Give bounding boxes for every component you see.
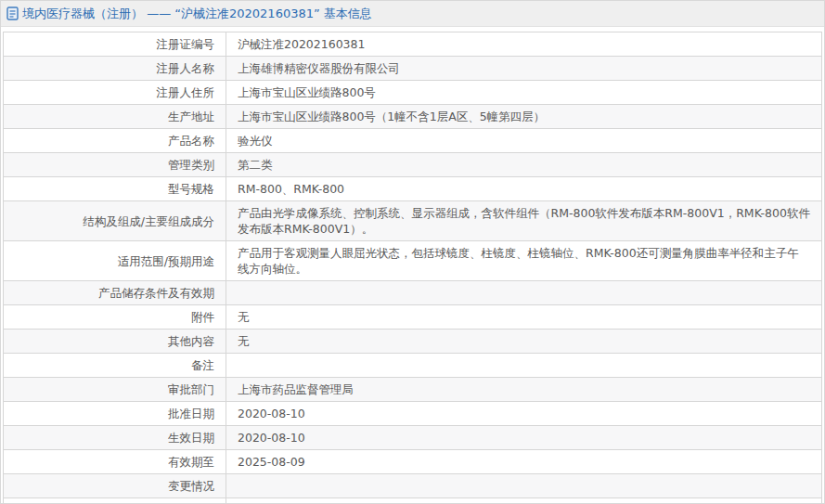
row-label-text: 其他内容 [168, 334, 214, 348]
table-row: 适用范围/预期用途产品用于客观测量人眼屈光状态，包括球镜度、柱镜度、柱镜轴位、R… [4, 241, 822, 281]
row-label: 生产地址 [4, 105, 226, 129]
row-label: 批准日期 [4, 402, 226, 426]
row-label: 变更情况 [4, 474, 226, 498]
table-row: 其他内容无 [4, 330, 822, 354]
table-row: 批准日期2020-08-10 [4, 402, 822, 426]
row-value-text: RM-800、RMK-800 [238, 182, 344, 196]
table-row: 备注 [4, 354, 822, 378]
registration-info-page: 境内医疗器械（注册） —— “沪械注准20202160381” 基本信息 注册证… [0, 0, 825, 504]
row-label-text: 批准日期 [168, 407, 214, 420]
page-title-bar: 境内医疗器械（注册） —— “沪械注准20202160381” 基本信息 [1, 1, 824, 27]
row-value-text: 上海市宝山区业绩路800号（1幢不含1层A区、5幢第四层） [238, 110, 545, 123]
table-row: 产品名称验光仪 [4, 129, 822, 153]
row-label: 有效期至 [4, 450, 226, 474]
table-row: 结构及组成/主要组成成分产品由光学成像系统、控制系统、显示器组成，含软件组件（R… [4, 201, 822, 241]
row-label-text: 注册人名称 [157, 61, 215, 75]
row-value: 产品用于客观测量人眼屈光状态，包括球镜度、柱镜度、柱镜轴位、RMK-800还可测… [226, 241, 822, 281]
row-value: 无 [226, 305, 822, 330]
row-label: 注册人住所 [4, 81, 226, 105]
table-row: 注册人住所上海市宝山区业绩路800号 [4, 81, 822, 105]
row-value: RM-800、RMK-800 [226, 177, 822, 201]
row-value: 2020-08-10 [226, 402, 822, 426]
row-label-text: 生产地址 [168, 110, 214, 123]
row-label: 备注 [4, 354, 226, 378]
row-label: 注册人名称 [4, 57, 226, 81]
row-value-text: 上海市药品监督管理局 [238, 382, 354, 396]
table-row: 生产地址上海市宝山区业绩路800号（1幢不含1层A区、5幢第四层） [4, 105, 822, 129]
row-value: 上海市宝山区业绩路800号（1幢不含1层A区、5幢第四层） [226, 105, 822, 129]
row-label-text: 生效日期 [168, 431, 214, 445]
row-value-text: 2025-08-09 [238, 455, 305, 469]
row-label-text: 变更情况 [168, 479, 214, 493]
row-value: 无 [226, 330, 822, 354]
row-value: 验光仪 [226, 129, 822, 153]
row-value [226, 354, 822, 378]
row-label-text: 适用范围/预期用途 [118, 254, 214, 268]
row-label: 结构及组成/主要组成成分 [4, 201, 226, 241]
registration-info-table: 注册证编号沪械注准20202160381注册人名称上海雄博精密仪器股份有限公司注… [3, 32, 822, 504]
row-value-text: 无 [238, 334, 250, 348]
row-value: 详情 [226, 498, 822, 504]
row-label-text: 注册证编号 [157, 37, 215, 51]
table-row: 附件无 [4, 305, 822, 330]
row-label-text: 审批部门 [168, 382, 214, 396]
row-label-text: 型号规格 [168, 182, 214, 196]
row-value: 产品由光学成像系统、控制系统、显示器组成，含软件组件（RM-800软件发布版本R… [226, 201, 822, 241]
table-row: 注详情 [4, 498, 822, 504]
row-value: 2025-08-09 [226, 450, 822, 474]
row-label: 产品名称 [4, 129, 226, 153]
row-value-text: 第二类 [238, 158, 273, 172]
table-row: 生效日期2020-08-10 [4, 426, 822, 450]
row-label: 型号规格 [4, 177, 226, 201]
row-value-text: 产品由光学成像系统、控制系统、显示器组成，含软件组件（RM-800软件发布版本R… [238, 206, 810, 236]
row-value: 2020-08-10 [226, 426, 822, 450]
table-row: 注册人名称上海雄博精密仪器股份有限公司 [4, 57, 822, 81]
row-value-text: 2020-08-10 [238, 431, 305, 445]
row-value-text: 验光仪 [238, 134, 273, 148]
row-label: 适用范围/预期用途 [4, 241, 226, 281]
row-value [226, 281, 822, 305]
row-value [226, 474, 822, 498]
table-row: 有效期至2025-08-09 [4, 450, 822, 474]
table-row: 型号规格RM-800、RMK-800 [4, 177, 822, 201]
row-label-text: 结构及组成/主要组成成分 [83, 214, 214, 228]
table-row: 注册证编号沪械注准20202160381 [4, 32, 822, 57]
row-label: 产品储存条件及有效期 [4, 281, 226, 305]
row-value-text: 产品用于客观测量人眼屈光状态，包括球镜度、柱镜度、柱镜轴位、RMK-800还可测… [238, 246, 799, 276]
row-label-text: 产品名称 [168, 134, 214, 148]
row-label: 管理类别 [4, 153, 226, 177]
row-value-text: 沪械注准20202160381 [238, 37, 365, 51]
table-row: 审批部门上海市药品监督管理局 [4, 378, 822, 402]
row-value: 上海市药品监督管理局 [226, 378, 822, 402]
row-label-text: 管理类别 [168, 158, 214, 172]
row-label-text: 有效期至 [168, 455, 214, 469]
row-label-text: 注册人住所 [157, 85, 215, 99]
document-icon [6, 6, 19, 20]
row-label: 注册证编号 [4, 32, 226, 57]
table-row: 产品储存条件及有效期 [4, 281, 822, 305]
row-label: 其他内容 [4, 330, 226, 354]
row-label-text: 附件 [191, 310, 214, 324]
table-row: 变更情况 [4, 474, 822, 498]
row-label: 注 [4, 498, 226, 504]
row-value: 上海雄博精密仪器股份有限公司 [226, 57, 822, 81]
page-title: 境内医疗器械（注册） —— “沪械注准20202160381” 基本信息 [22, 6, 372, 22]
row-value: 第二类 [226, 153, 822, 177]
row-label-text: 备注 [191, 358, 214, 372]
row-value-text: 2020-08-10 [238, 407, 305, 420]
row-value: 沪械注准20202160381 [226, 32, 822, 57]
row-label: 生效日期 [4, 426, 226, 450]
row-value-text: 上海雄博精密仪器股份有限公司 [238, 61, 400, 75]
row-label: 附件 [4, 305, 226, 330]
table-row: 管理类别第二类 [4, 153, 822, 177]
row-value-text: 上海市宝山区业绩路800号 [238, 85, 376, 99]
row-value: 上海市宝山区业绩路800号 [226, 81, 822, 105]
row-label-text: 产品储存条件及有效期 [98, 286, 214, 300]
row-label: 审批部门 [4, 378, 226, 402]
row-value-text: 无 [238, 310, 250, 324]
